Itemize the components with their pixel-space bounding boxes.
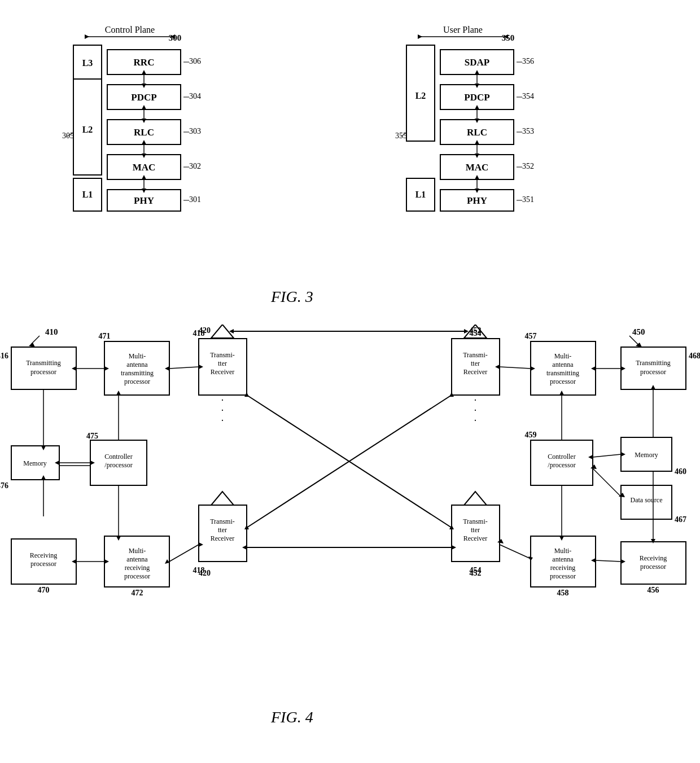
svg-text:PDCP: PDCP <box>131 92 156 103</box>
svg-text:·: · <box>221 394 224 406</box>
svg-text:Multi-: Multi- <box>554 547 572 555</box>
svg-line-153 <box>169 545 199 562</box>
svg-text:Receiver: Receiver <box>463 534 488 542</box>
svg-text:468: 468 <box>689 352 700 360</box>
svg-text:tter: tter <box>471 359 480 367</box>
svg-text:456: 456 <box>648 586 659 594</box>
svg-text:receiving: receiving <box>550 564 576 572</box>
svg-text:Transmitting: Transmitting <box>636 359 671 367</box>
svg-line-162 <box>629 336 638 344</box>
svg-text:410: 410 <box>45 327 58 336</box>
svg-marker-135 <box>90 461 95 465</box>
svg-text:Transmi-: Transmi- <box>463 518 488 525</box>
svg-text:Data source: Data source <box>631 496 663 504</box>
svg-rect-177 <box>452 339 500 395</box>
svg-text:MAC: MAC <box>133 162 156 173</box>
svg-marker-18 <box>142 70 146 74</box>
svg-rect-42 <box>73 178 102 211</box>
svg-text:420: 420 <box>199 326 211 335</box>
svg-marker-79 <box>475 175 479 179</box>
svg-text:457: 457 <box>525 332 537 340</box>
svg-text:Receiver: Receiver <box>463 368 488 376</box>
svg-marker-90 <box>29 343 35 347</box>
svg-text:302: 302 <box>189 162 201 170</box>
svg-marker-112 <box>211 325 234 338</box>
svg-text:tter: tter <box>218 526 227 534</box>
svg-text:352: 352 <box>522 162 534 170</box>
svg-text:PDCP: PDCP <box>464 92 489 103</box>
svg-text:receiving: receiving <box>125 564 150 572</box>
svg-text:356: 356 <box>522 57 534 65</box>
svg-line-235 <box>596 560 621 562</box>
svg-text:Multi-: Multi- <box>129 547 146 555</box>
svg-text:354: 354 <box>522 92 534 100</box>
svg-rect-59 <box>440 85 514 109</box>
fig3-label: FIG. 3 <box>271 288 313 306</box>
svg-marker-184 <box>531 366 535 371</box>
svg-marker-239 <box>229 329 234 334</box>
svg-text:transmitting: transmitting <box>546 369 579 377</box>
svg-text:Multi-: Multi- <box>129 352 146 360</box>
svg-text:Transmitting: Transmitting <box>26 359 61 367</box>
svg-rect-12 <box>107 50 181 74</box>
svg-marker-212 <box>590 464 597 469</box>
svg-text:L1: L1 <box>82 190 93 199</box>
svg-text:Receiving: Receiving <box>640 554 667 562</box>
svg-marker-248 <box>242 545 247 550</box>
svg-marker-163 <box>636 343 642 347</box>
svg-rect-118 <box>199 505 247 562</box>
svg-text:processor: processor <box>124 572 150 580</box>
svg-marker-4 <box>170 34 175 39</box>
svg-marker-246 <box>244 525 249 529</box>
svg-text:Controller: Controller <box>548 453 575 461</box>
svg-marker-210 <box>621 452 625 457</box>
svg-text:·: · <box>474 405 477 416</box>
svg-rect-201 <box>621 485 672 519</box>
svg-marker-185 <box>464 325 487 338</box>
svg-text:L2: L2 <box>82 125 93 134</box>
fig4-svg: 410 Transmitting processor 416 Multi- an… <box>0 325 700 720</box>
svg-rect-198 <box>621 437 672 471</box>
svg-marker-78 <box>475 188 479 193</box>
svg-text:/processor: /processor <box>548 461 575 469</box>
svg-text:processor: processor <box>550 572 576 580</box>
svg-marker-230 <box>497 539 504 543</box>
svg-marker-17 <box>142 84 146 88</box>
svg-line-87 <box>401 133 406 137</box>
svg-marker-26 <box>142 119 146 123</box>
svg-text:471: 471 <box>99 332 111 340</box>
svg-line-228 <box>500 545 531 559</box>
svg-text:351: 351 <box>522 195 534 204</box>
svg-rect-168 <box>531 341 596 395</box>
svg-text:458: 458 <box>557 589 569 597</box>
svg-rect-80 <box>406 178 435 211</box>
svg-marker-137 <box>41 446 46 450</box>
svg-marker-3 <box>85 34 89 39</box>
svg-rect-19 <box>73 79 102 175</box>
fig4-diagram: 410 Transmitting processor 416 Multi- an… <box>0 325 700 720</box>
svg-marker-57 <box>475 84 479 88</box>
svg-rect-50 <box>406 45 435 141</box>
svg-marker-209 <box>588 455 593 459</box>
svg-text:467: 467 <box>675 515 686 524</box>
fig3-diagram: Control Plane 300 User Plane 350 L3 RRC … <box>0 11 700 310</box>
svg-marker-240 <box>464 329 469 334</box>
svg-rect-146 <box>11 539 76 584</box>
svg-marker-151 <box>72 559 76 564</box>
svg-text:·: · <box>221 415 224 426</box>
svg-rect-35 <box>107 155 181 179</box>
svg-marker-176 <box>621 366 625 371</box>
svg-marker-196 <box>464 492 487 505</box>
svg-text:Memory: Memory <box>635 451 658 459</box>
svg-rect-231 <box>621 542 686 584</box>
svg-marker-213 <box>619 493 625 497</box>
svg-text:processor: processor <box>30 560 56 568</box>
svg-text:304: 304 <box>189 92 201 100</box>
svg-line-89 <box>31 336 40 344</box>
svg-text:Receiver: Receiver <box>211 534 235 542</box>
svg-text:475: 475 <box>86 432 98 440</box>
svg-text:306: 306 <box>189 57 201 65</box>
svg-text:355: 355 <box>395 131 407 140</box>
svg-text:·: · <box>474 394 477 406</box>
svg-text:Control Plane: Control Plane <box>105 25 155 34</box>
